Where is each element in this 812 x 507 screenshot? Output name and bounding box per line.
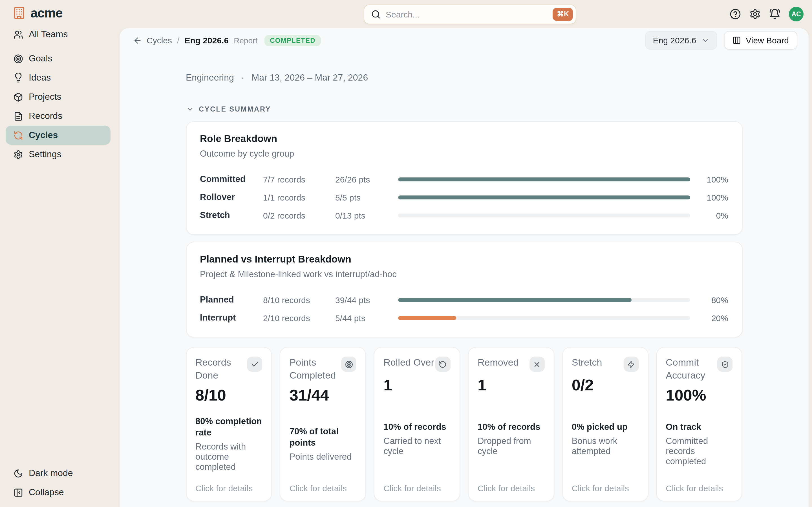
stat-description: Carried to next cycle [384,436,451,456]
cycle-meta: Engineering · Mar 13, 2026 – Mar 27, 202… [186,73,742,83]
role-breakdown-card: Role Breakdown Outcome by cycle group Co… [186,121,742,235]
stat-title: Commit Accuracy [666,356,718,382]
search-input[interactable]: Search... ⌘K [364,4,576,24]
sidebar-item-all-teams[interactable]: All Teams [6,25,110,44]
row-percent: 100% [697,174,728,184]
breadcrumb-suffix: Report [234,36,257,45]
stat-footer: Click for details [384,483,451,493]
row-label: Committed [200,174,263,184]
zap-icon [623,356,639,372]
sidebar-item-label: All Teams [29,29,68,40]
stat-description: Committed records completed [666,436,733,467]
brand-logo[interactable]: acme [12,0,63,26]
stat-description: Points delivered [290,452,357,462]
chevron-down-icon [186,105,194,113]
card-title: Role Breakdown [200,133,728,145]
progress-bar [398,177,690,181]
stat-highlight: 10% of records [384,421,451,432]
gear-icon[interactable] [749,8,761,20]
row-records: 8/10 records [263,295,335,304]
progress-bar [398,213,690,217]
meta-dot: · [241,73,245,83]
panel-collapse-icon [13,488,23,497]
stat-footer: Click for details [477,483,545,493]
dark-mode-toggle[interactable]: Dark mode [6,464,110,483]
stat-title: Points Completed [290,356,342,382]
sidebar-item-cycles[interactable]: Cycles [6,126,110,145]
row-label: Stretch [200,210,263,220]
sidebar-item-projects[interactable]: Projects [6,87,110,107]
row-points: 0/13 pts [335,210,398,220]
stat-value: 0/2 [572,376,639,394]
users-icon [13,30,23,39]
stat-card-records-done[interactable]: Records Done 8/10 80% completion rate Re… [186,347,272,501]
breakdown-row-interrupt: Interrupt 2/10 records 5/44 pts 20% [200,309,728,327]
view-board-button[interactable]: View Board [724,31,797,50]
sidebar-item-label: Records [29,111,62,121]
cycle-summary-toggle[interactable]: CYCLE SUMMARY [186,105,742,113]
stat-highlight: 80% completion rate [195,416,262,438]
stat-highlight: 10% of records [477,421,545,432]
team-name: Engineering [186,73,234,83]
avatar[interactable]: AC [789,7,804,21]
bell-icon[interactable] [769,8,780,20]
rotate-ccw-icon [435,356,451,372]
main-panel: Cycles / Eng 2026.6 Report COMPLETED Eng… [119,28,809,507]
sidebar-item-label: Cycles [29,130,58,140]
x-icon [529,356,545,372]
stat-title: Removed [477,356,519,369]
row-label: Planned [200,295,263,305]
sidebar-footer: Dark mode Collapse [0,464,118,507]
refresh-icon [13,130,23,140]
stat-footer: Click for details [666,483,733,493]
status-badge: COMPLETED [264,35,321,46]
back-link[interactable]: Cycles [133,36,172,45]
sidebar-item-settings[interactable]: Settings [6,145,110,164]
row-records: 0/2 records [263,210,335,220]
stat-title: Rolled Over [384,356,434,369]
breakdown-row-stretch: Stretch 0/2 records 0/13 pts 0% [200,206,728,224]
shield-check-icon [718,356,733,372]
breadcrumb-cycles[interactable]: Cycles [147,36,172,45]
stat-card-points-completed[interactable]: Points Completed 31/44 70% of total poin… [280,347,366,501]
search-icon [371,10,380,19]
card-title: Planned vs Interrupt Breakdown [200,253,728,265]
stat-highlight: 70% of total points [290,426,357,448]
stat-card-commit-accuracy[interactable]: Commit Accuracy 100% On track Committed … [656,347,742,501]
search-placeholder: Search... [386,10,553,19]
row-records: 1/1 records [263,192,335,202]
moon-icon [13,468,23,478]
stat-value: 1 [477,376,545,394]
sidebar-item-ideas[interactable]: Ideas [6,68,110,87]
breakdown-row-committed: Committed 7/7 records 26/26 pts 100% [200,170,728,188]
breakdown-rows: Committed 7/7 records 26/26 pts 100% Rol… [200,170,728,224]
stat-footer: Click for details [572,483,639,493]
sidebar-spacer [0,164,118,464]
target-icon [13,54,23,63]
card-subtitle: Outcome by cycle group [200,149,728,159]
stat-highlight: On track [666,421,733,432]
sidebar-item-records[interactable]: Records [6,107,110,126]
sidebar-item-label: Projects [29,92,61,102]
stat-card-removed[interactable]: Removed 1 10% of records Dropped from cy… [468,347,554,501]
breakdown-rows: Planned 8/10 records 39/44 pts 80% Inter… [200,291,728,327]
collapse-sidebar-button[interactable]: Collapse [6,483,110,502]
stat-card-stretch[interactable]: Stretch 0/2 0% picked up Bonus work atte… [562,347,649,501]
stat-card-rolled-over[interactable]: Rolled Over 1 10% of records Carried to … [374,347,460,501]
columns-icon [732,36,741,45]
file-text-icon [13,111,23,121]
row-percent: 100% [697,192,728,202]
arrow-left-icon [133,36,142,45]
stat-card-grid: Records Done 8/10 80% completion rate Re… [186,347,742,501]
check-icon [247,356,262,372]
row-points: 5/5 pts [335,192,398,202]
sidebar-item-label: Goals [29,54,52,64]
progress-bar [398,298,690,302]
lightbulb-icon [13,73,23,82]
sidebar-item-goals[interactable]: Goals [6,49,110,68]
help-icon[interactable] [730,8,741,20]
row-percent: 0% [697,210,728,220]
row-percent: 80% [697,295,728,304]
page-content: Engineering · Mar 13, 2026 – Mar 27, 202… [186,73,742,501]
cycle-select-dropdown[interactable]: Eng 2026.6 [645,31,717,50]
